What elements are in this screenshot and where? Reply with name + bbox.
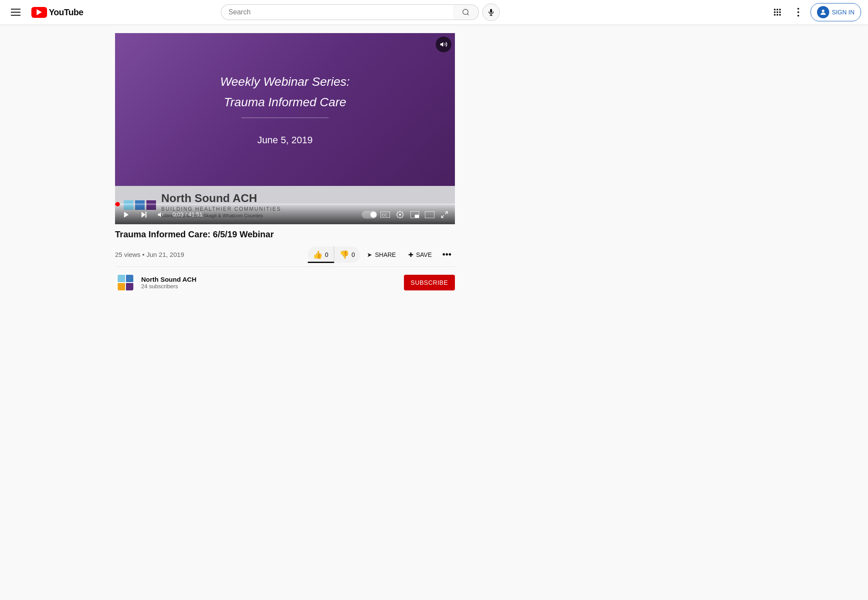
next-button[interactable]: [136, 207, 152, 222]
svg-rect-31: [425, 211, 434, 218]
logo-square-2: [126, 275, 133, 282]
svg-rect-24: [146, 212, 146, 218]
page-layout: Weekly Webinar Series: Trauma Informed C…: [0, 24, 868, 600]
video-actions: 0 0 SHARE: [308, 246, 455, 263]
svg-point-16: [779, 14, 781, 16]
play-button[interactable]: [119, 207, 134, 222]
menu-button[interactable]: [7, 3, 24, 21]
channel-name[interactable]: North Sound ACH: [141, 276, 197, 283]
apps-button[interactable]: [769, 3, 786, 21]
logo-square-3: [118, 283, 125, 290]
save-label: SAVE: [416, 251, 432, 258]
svg-marker-23: [142, 212, 146, 218]
svg-point-12: [776, 11, 778, 13]
sidebar: [0, 24, 105, 600]
youtube-logo[interactable]: YouTube: [31, 7, 83, 18]
svg-line-33: [441, 215, 444, 217]
autoplay-toggle[interactable]: [362, 211, 377, 219]
more-actions-button[interactable]: •••: [439, 248, 455, 261]
search-input[interactable]: [221, 4, 453, 20]
video-slide: Weekly Webinar Series: Trauma Informed C…: [115, 33, 455, 224]
apps-icon: [773, 8, 782, 17]
video-stats: 25 views • Jun 21, 2019: [115, 251, 184, 258]
video-title: Trauma Informed Care: 6/5/19 Webinar: [115, 229, 455, 239]
svg-point-15: [776, 14, 778, 16]
miniplayer-button[interactable]: [408, 208, 422, 222]
volume-button[interactable]: [153, 207, 169, 222]
like-dislike-group: 0 0: [308, 246, 360, 263]
save-button[interactable]: SAVE: [403, 248, 437, 262]
video-info: Trauma Informed Care: 6/5/19 Webinar 25 …: [115, 224, 455, 303]
svg-line-32: [445, 212, 448, 214]
publish-date: Jun 21, 2019: [146, 251, 184, 258]
search-icon: [462, 8, 470, 16]
svg-rect-0: [11, 9, 20, 10]
svg-point-18: [797, 11, 799, 13]
logo-square-4: [126, 283, 133, 290]
svg-point-19: [797, 15, 799, 17]
subscribe-button[interactable]: SUBSCRIBE: [404, 275, 455, 290]
mic-button[interactable]: [482, 3, 500, 21]
svg-point-17: [797, 8, 799, 10]
youtube-logo-text: YouTube: [49, 7, 83, 17]
like-indicator: [308, 262, 334, 263]
svg-point-20: [822, 10, 824, 12]
slide-purple-area: Weekly Webinar Series: Trauma Informed C…: [115, 33, 455, 186]
like-wrapper: 0: [308, 246, 334, 263]
hamburger-icon: [11, 9, 20, 16]
svg-marker-25: [158, 212, 161, 217]
total-time: 41:51: [188, 211, 203, 218]
current-time: 0:03: [173, 211, 183, 218]
more-vert-icon: [797, 8, 799, 17]
channel-subscribers: 24 subscribers: [141, 283, 197, 290]
dislike-button[interactable]: 0: [334, 246, 360, 263]
svg-point-28: [399, 214, 401, 216]
svg-point-9: [776, 9, 778, 10]
more-horiz-icon: •••: [442, 249, 451, 259]
captions-button[interactable]: CC: [378, 208, 392, 222]
fullscreen-button[interactable]: [437, 208, 451, 222]
header-center: [221, 3, 500, 21]
logo-grid: [118, 275, 133, 290]
thumb-down-icon: [339, 250, 349, 260]
svg-rect-5: [490, 9, 492, 13]
svg-rect-1: [11, 12, 20, 13]
dislike-count: 0: [352, 251, 355, 258]
search-button[interactable]: [453, 4, 479, 20]
channel-avatar[interactable]: [115, 272, 136, 293]
stats-separator: •: [142, 251, 146, 258]
sign-in-button[interactable]: SIGN IN: [810, 3, 861, 21]
video-meta-row: 25 views • Jun 21, 2019 0: [115, 243, 455, 267]
video-player[interactable]: Weekly Webinar Series: Trauma Informed C…: [115, 33, 455, 224]
svg-rect-30: [415, 215, 419, 218]
slide-title-line1: Weekly Webinar Series:: [220, 73, 350, 90]
svg-point-8: [774, 9, 776, 10]
channel-row: North Sound ACH 24 subscribers SUBSCRIBE: [115, 267, 455, 298]
controls-bar: 0:03 / 41:51 CC: [115, 205, 455, 224]
settings-button[interactable]: [393, 208, 407, 222]
view-count: 25 views: [115, 251, 140, 258]
controls-right: CC: [362, 208, 451, 222]
svg-point-13: [779, 11, 781, 13]
svg-point-3: [463, 9, 468, 14]
svg-text:CC: CC: [382, 213, 387, 217]
like-button[interactable]: 0: [308, 246, 334, 263]
main-content: Weekly Webinar Series: Trauma Informed C…: [105, 24, 627, 600]
youtube-logo-icon: [31, 7, 47, 18]
share-button[interactable]: SHARE: [362, 248, 401, 262]
svg-marker-22: [124, 212, 129, 218]
svg-point-10: [779, 9, 781, 10]
channel-info: North Sound ACH 24 subscribers: [141, 276, 197, 290]
search-form: [221, 4, 479, 20]
svg-line-4: [467, 13, 468, 15]
thumb-up-icon: [313, 250, 322, 260]
header-right: SIGN IN: [769, 3, 861, 21]
theater-button[interactable]: [423, 208, 437, 222]
more-options-button[interactable]: [790, 3, 807, 21]
site-header: YouTube: [0, 0, 868, 24]
svg-point-14: [774, 14, 776, 16]
logo-square-1: [118, 275, 125, 282]
sound-overlay: [436, 37, 451, 52]
header-left: YouTube: [7, 3, 83, 21]
mic-icon: [487, 8, 495, 16]
